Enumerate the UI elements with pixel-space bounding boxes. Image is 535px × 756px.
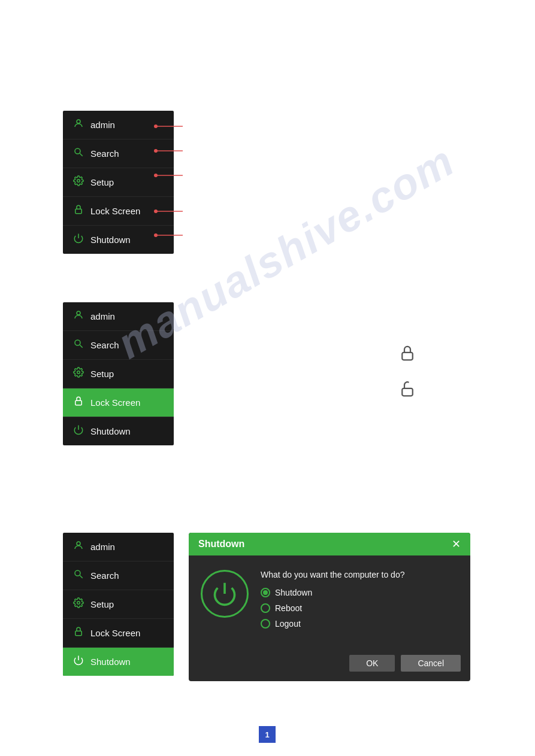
- ok-button[interactable]: OK: [349, 655, 395, 672]
- svg-rect-22: [402, 353, 413, 360]
- radio-shutdown-circle: [261, 588, 270, 597]
- svg-line-2: [80, 153, 83, 156]
- menu-label-lockscreen-1: Lock Screen: [90, 206, 140, 216]
- menu-panel-3: admin Search Setup: [63, 533, 174, 676]
- menu-item-admin-2[interactable]: admin: [63, 302, 174, 331]
- menu-label-setup-3: Setup: [90, 599, 114, 609]
- menu-label-lockscreen-2: Lock Screen: [90, 397, 140, 408]
- menu-item-admin-3[interactable]: admin: [63, 533, 174, 561]
- menu-label-shutdown-1: Shutdown: [90, 235, 131, 245]
- svg-point-19: [77, 371, 80, 374]
- svg-point-16: [77, 311, 80, 315]
- dialog-title: Shutdown: [198, 539, 244, 549]
- menu-item-setup-3[interactable]: Setup: [63, 590, 174, 619]
- svg-rect-28: [75, 631, 82, 636]
- menu-item-search-3[interactable]: Search: [63, 561, 174, 590]
- dialog-body: What do you want the computer to do? Shu…: [189, 555, 470, 649]
- power-icon-2: [72, 424, 84, 438]
- lock-icon-2: [72, 396, 84, 409]
- svg-line-26: [80, 575, 83, 578]
- dialog-footer: OK Cancel: [189, 649, 470, 681]
- menu-item-admin-1[interactable]: admin: [63, 111, 174, 139]
- setup-icon-3: [72, 597, 84, 611]
- power-icon-1: [72, 233, 84, 247]
- svg-line-18: [80, 345, 83, 348]
- search-icon-3: [72, 569, 84, 582]
- user-icon-2: [72, 309, 84, 323]
- lock-closed-icon: [398, 344, 416, 365]
- radio-reboot[interactable]: Reboot: [261, 603, 458, 613]
- menu-label-shutdown-2: Shutdown: [90, 426, 131, 436]
- menu-3: admin Search Setup: [63, 533, 174, 676]
- power-icon-3: [72, 655, 84, 669]
- menu-item-shutdown-1[interactable]: Shutdown: [63, 226, 174, 254]
- dialog-close-button[interactable]: ✕: [452, 539, 461, 549]
- lock-icon-3: [72, 626, 84, 640]
- svg-point-25: [75, 570, 80, 576]
- menu-label-search-3: Search: [90, 570, 119, 581]
- menu-item-shutdown-3[interactable]: Shutdown: [63, 648, 174, 676]
- menu-2: admin Search Setup: [63, 302, 174, 445]
- menu-item-shutdown-2[interactable]: Shutdown: [63, 417, 174, 445]
- radio-shutdown[interactable]: Shutdown: [261, 588, 458, 597]
- radio-logout[interactable]: Logout: [261, 619, 458, 629]
- menu-item-setup-1[interactable]: Setup: [63, 168, 174, 197]
- svg-point-27: [77, 602, 80, 605]
- menu-item-lockscreen-3[interactable]: Lock Screen: [63, 619, 174, 648]
- menu-label-admin-2: admin: [90, 311, 115, 321]
- radio-logout-circle: [261, 619, 270, 629]
- menu-label-search-2: Search: [90, 340, 119, 350]
- menu-label-admin-1: admin: [90, 120, 115, 130]
- radio-shutdown-label: Shutdown: [275, 588, 312, 597]
- setup-icon-1: [72, 175, 84, 189]
- dialog-options: What do you want the computer to do? Shu…: [261, 570, 458, 634]
- menu-label-admin-3: admin: [90, 542, 115, 552]
- svg-point-0: [77, 120, 80, 123]
- menu-item-lockscreen-2[interactable]: Lock Screen: [63, 388, 174, 417]
- lock-icon-1: [72, 204, 84, 218]
- svg-point-17: [75, 340, 80, 345]
- svg-rect-20: [75, 400, 82, 405]
- dialog-question: What do you want the computer to do?: [261, 570, 458, 579]
- radio-logout-label: Logout: [275, 619, 301, 629]
- radio-reboot-label: Reboot: [275, 603, 302, 613]
- menu-label-lockscreen-3: Lock Screen: [90, 628, 140, 638]
- menu-label-search-1: Search: [90, 148, 119, 159]
- dialog-header: Shutdown ✕: [189, 533, 470, 555]
- dialog-container: Shutdown ✕ What do you want the computer…: [189, 533, 470, 681]
- user-icon-1: [72, 118, 84, 132]
- search-icon-2: [72, 338, 84, 352]
- radio-reboot-circle: [261, 603, 270, 613]
- shutdown-dialog: Shutdown ✕ What do you want the computer…: [189, 533, 470, 681]
- svg-rect-4: [75, 209, 82, 214]
- menu-item-search-1[interactable]: Search: [63, 139, 174, 168]
- setup-icon-2: [72, 367, 84, 381]
- menu-item-search-2[interactable]: Search: [63, 331, 174, 360]
- menu-item-setup-2[interactable]: Setup: [63, 360, 174, 388]
- page-number: 1: [259, 726, 276, 743]
- power-circle-icon: [201, 570, 249, 618]
- svg-rect-23: [402, 388, 413, 396]
- menu-panel-2: admin Search Setup: [63, 302, 174, 445]
- cancel-button[interactable]: Cancel: [401, 655, 461, 672]
- menu-label-shutdown-3: Shutdown: [90, 657, 131, 667]
- svg-point-1: [75, 148, 80, 154]
- menu-1: admin Search Setup: [63, 111, 174, 254]
- svg-point-3: [77, 180, 80, 183]
- lock-open-icon: [398, 380, 416, 400]
- search-icon-1: [72, 147, 84, 160]
- user-icon-3: [72, 540, 84, 554]
- menu-panel-1: admin Search Setup: [63, 111, 174, 254]
- svg-point-24: [77, 542, 80, 545]
- menu-label-setup-1: Setup: [90, 177, 114, 187]
- menu-label-setup-2: Setup: [90, 369, 114, 379]
- menu-item-lockscreen-1[interactable]: Lock Screen: [63, 197, 174, 226]
